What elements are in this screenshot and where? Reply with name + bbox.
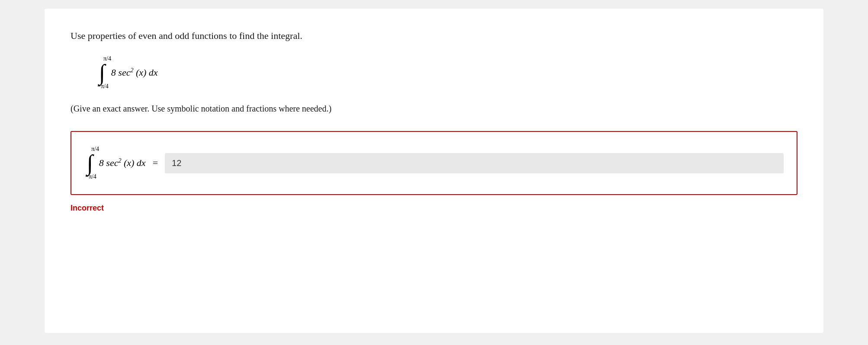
answer-integral-body: 8 sec2 (x) dx [99, 157, 146, 169]
equals-sign: = [153, 157, 158, 169]
answer-box: π/4 ∫ −π/4 8 sec2 (x) dx = [71, 131, 797, 195]
integral-display: π/4 ∫ −π/4 8 sec2 (x) dx [96, 54, 797, 91]
integral-symbol: π/4 ∫ −π/4 [96, 54, 108, 91]
page-container: Use properties of even and odd functions… [45, 9, 823, 333]
answer-input[interactable] [165, 153, 784, 173]
answer-integral-sign: ∫ [87, 152, 93, 174]
integral-upper-bound: π/4 [103, 55, 111, 62]
answer-integral-symbol: π/4 ∫ −π/4 [84, 145, 96, 181]
answer-integral-section: π/4 ∫ −π/4 8 sec2 (x) dx = [84, 145, 165, 181]
answer-integral-upper-bound: π/4 [91, 146, 99, 153]
incorrect-feedback: Incorrect [71, 204, 797, 213]
hint-text: (Give an exact answer. Use symbolic nota… [71, 104, 797, 114]
integral-body: 8 sec2 (x) dx [111, 67, 158, 78]
instruction-text: Use properties of even and odd functions… [71, 30, 797, 42]
integral-lower-bound: −π/4 [97, 83, 109, 90]
answer-integral-lower-bound: −π/4 [85, 173, 96, 180]
integral-sign: ∫ [99, 61, 105, 84]
